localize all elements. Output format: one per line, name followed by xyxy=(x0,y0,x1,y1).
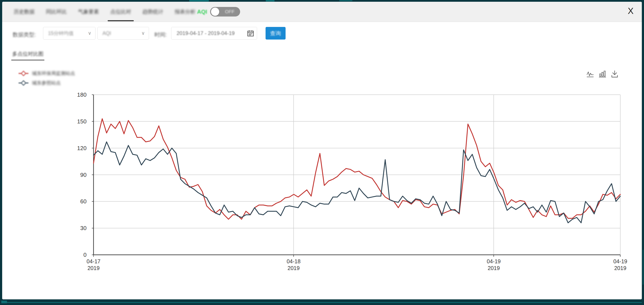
query-button[interactable]: 查询 xyxy=(266,27,286,39)
filter-row: 数据类型: 15分钟均值 ∨ AQI ∨ 时间: 2019-04-17 - 20… xyxy=(2,22,642,47)
y-axis-tick-label: 120 xyxy=(60,145,86,152)
tab-1[interactable]: 同比环比 xyxy=(44,2,68,22)
aqi-toggle-group: AQI OFF xyxy=(197,2,240,22)
subtab-multi-station-comparison[interactable]: 多点位对比图 xyxy=(11,47,44,60)
data-type-select[interactable]: 15分钟均值 ∨ xyxy=(43,27,96,39)
subtab-row: 多点位对比图 xyxy=(2,47,642,61)
comparison-dialog: 历史数据同比环比气象要素点位比对趋势统计报表分析 AQI OFF X 数据类型:… xyxy=(2,2,642,299)
legend-item-0[interactable]: 城东环保局监测站点 xyxy=(18,69,75,78)
download-icon[interactable] xyxy=(611,70,618,78)
legend-label: 城东环保局监测站点 xyxy=(32,70,75,77)
y-axis-tick-label: 90 xyxy=(60,171,86,178)
y-axis-tick-label: 60 xyxy=(60,198,86,205)
backdrop-glyph xyxy=(266,0,274,1)
backdrop-glyph xyxy=(339,0,352,1)
chart-canvas[interactable] xyxy=(92,93,622,258)
line-chart-icon[interactable] xyxy=(586,70,594,78)
aqi-toggle-state-label: OFF xyxy=(225,9,234,14)
aqi-toggle-label: AQI xyxy=(197,8,207,15)
data-type-label: 数据类型: xyxy=(12,31,36,38)
y-axis-tick-label: 30 xyxy=(60,225,86,232)
chevron-down-icon: ∨ xyxy=(141,30,145,36)
toggle-knob-icon xyxy=(211,7,219,16)
calendar-icon[interactable] xyxy=(247,30,254,36)
backdrop-glyph xyxy=(189,0,209,1)
backdrop-line xyxy=(2,302,642,303)
aqi-toggle-switch[interactable]: OFF xyxy=(210,7,240,16)
tab-5[interactable]: 报表分析 xyxy=(173,2,197,22)
x-axis-tick-label: 04-192019 xyxy=(487,258,501,272)
x-axis-tick-label: 04-192019 xyxy=(613,258,627,272)
tab-0[interactable]: 历史数据 xyxy=(12,2,36,22)
dialog-header: 历史数据同比环比气象要素点位比对趋势统计报表分析 AQI OFF X xyxy=(2,2,642,22)
tab-4[interactable]: 趋势统计 xyxy=(141,2,165,22)
bar-chart-icon[interactable] xyxy=(599,70,606,78)
date-range-value: 2019-04-17 - 2019-04-19 xyxy=(176,30,235,36)
tab-bar: 历史数据同比环比气象要素点位比对趋势统计报表分析 xyxy=(12,2,197,22)
backdrop-line xyxy=(643,250,643,285)
legend-label: 城东参照站点 xyxy=(32,80,61,86)
legend-line-diamond-icon xyxy=(18,81,28,85)
tab-label: 趋势统计 xyxy=(142,8,163,15)
chevron-down-icon: ∨ xyxy=(88,30,91,36)
y-axis-tick-label: 180 xyxy=(60,91,86,98)
y-axis-tick-label: 150 xyxy=(60,118,86,125)
pollutant-select[interactable]: AQI ∨ xyxy=(98,27,149,39)
x-axis-tick-label: 04-182019 xyxy=(287,258,300,272)
close-button[interactable]: X xyxy=(628,6,634,15)
tab-label: 同比环比 xyxy=(46,8,67,15)
date-range-input[interactable]: 2019-04-17 - 2019-04-19 xyxy=(171,27,257,39)
tab-3[interactable]: 点位比对 xyxy=(108,2,133,22)
data-type-select-value: 15分钟均值 xyxy=(48,30,74,37)
y-axis-tick-label: 0 xyxy=(60,251,86,258)
tab-label: 气象要素 xyxy=(78,8,99,15)
tab-label: 点位比对 xyxy=(110,8,131,15)
time-label: 时间: xyxy=(154,31,167,38)
tab-2[interactable]: 气象要素 xyxy=(76,2,101,22)
tab-label: 报表分析 xyxy=(175,8,196,15)
chart-toolbox xyxy=(586,70,618,78)
legend-item-1[interactable]: 城东参照站点 xyxy=(18,78,75,88)
x-axis-tick-label: 04-172019 xyxy=(86,258,100,272)
chart-legend: 城东环保局监测站点城东参照站点 xyxy=(18,69,75,88)
legend-line-diamond-icon xyxy=(18,71,28,75)
backdrop-glyph xyxy=(1,301,7,303)
tab-label: 历史数据 xyxy=(14,8,34,15)
pollutant-select-value: AQI xyxy=(102,30,111,36)
